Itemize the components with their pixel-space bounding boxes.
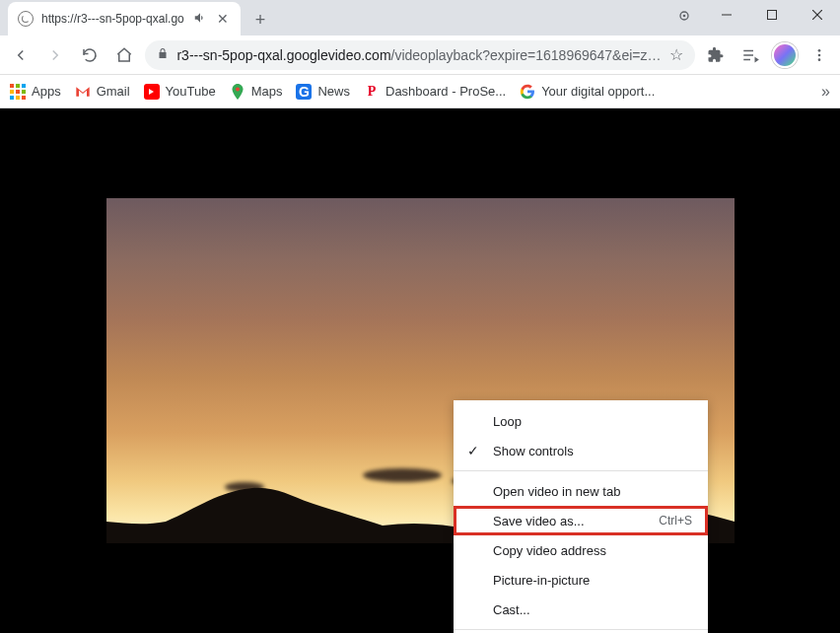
ctx-picture-in-picture[interactable]: Picture-in-picture	[454, 565, 708, 595]
news-bookmark[interactable]: G News	[296, 84, 350, 100]
bookmark-label: Dashboard - ProSe...	[385, 84, 506, 99]
new-tab-button[interactable]: +	[246, 6, 274, 34]
digital-bookmark[interactable]: Your digital opport...	[520, 84, 655, 100]
svg-point-9	[236, 87, 240, 91]
browser-tab[interactable]: https://r3---sn-5pop-qxal.go ✕	[8, 2, 241, 35]
ctx-label: Picture-in-picture	[493, 573, 590, 588]
bookmark-label: News	[317, 84, 350, 99]
forward-button[interactable]	[42, 41, 69, 69]
youtube-icon	[144, 84, 160, 100]
profile-avatar[interactable]	[771, 41, 798, 69]
separator	[454, 470, 708, 471]
svg-point-1	[683, 15, 686, 18]
ctx-show-controls[interactable]: ✓ Show controls	[454, 436, 708, 465]
close-window-button[interactable]	[795, 0, 840, 30]
ctx-loop[interactable]: Loop	[454, 406, 708, 436]
bookmark-label: Maps	[251, 84, 283, 99]
news-icon: G	[296, 84, 312, 100]
maps-bookmark[interactable]: Maps	[230, 84, 283, 100]
google-g-icon	[520, 84, 535, 100]
svg-point-7	[817, 53, 820, 56]
home-button[interactable]	[111, 41, 138, 69]
svg-point-8	[817, 58, 820, 61]
incognito-indicator-icon	[676, 8, 692, 24]
maximize-button[interactable]	[749, 0, 795, 30]
globe-icon	[18, 11, 34, 27]
extensions-icon[interactable]	[703, 41, 730, 69]
bookmarks-bar: Apps Gmail YouTube Maps G News P Dashboa…	[0, 75, 840, 108]
media-control-icon[interactable]	[736, 41, 763, 69]
ctx-label: Loop	[493, 414, 522, 429]
reload-button[interactable]	[77, 41, 104, 69]
ctx-label: Cast...	[493, 602, 530, 617]
svg-rect-3	[768, 11, 777, 20]
svg-point-6	[817, 49, 820, 52]
bookmark-label: Apps	[32, 84, 61, 99]
ctx-cast[interactable]: Cast...	[454, 595, 708, 624]
ctx-shortcut: Ctrl+S	[659, 514, 692, 528]
bookmark-label: Your digital opport...	[541, 84, 655, 99]
bookmarks-overflow-icon[interactable]: »	[821, 83, 830, 101]
youtube-bookmark[interactable]: YouTube	[144, 84, 216, 100]
checkmark-icon: ✓	[467, 443, 479, 458]
window-controls	[704, 0, 840, 30]
url-text: r3---sn-5pop-qxal.googlevideo.com/videop…	[176, 47, 661, 63]
lock-icon	[157, 46, 169, 63]
bookmark-star-icon[interactable]: ☆	[669, 45, 683, 64]
toolbar: r3---sn-5pop-qxal.googlevideo.com/videop…	[0, 35, 840, 75]
ctx-label: Save video as...	[493, 514, 585, 528]
tab-title: https://r3---sn-5pop-qxal.go	[41, 12, 185, 26]
maps-pin-icon	[230, 84, 245, 100]
separator	[454, 629, 708, 630]
tab-close-icon[interactable]: ✕	[215, 11, 231, 27]
apps-grid-icon	[10, 84, 26, 100]
ctx-save-video-as[interactable]: Save video as... Ctrl+S	[454, 506, 708, 535]
ctx-label: Open video in new tab	[493, 484, 620, 499]
dashboard-bookmark[interactable]: P Dashboard - ProSe...	[364, 84, 506, 100]
menu-icon[interactable]	[805, 41, 832, 69]
ctx-copy-address[interactable]: Copy video address	[454, 535, 708, 565]
audio-muted-icon[interactable]	[193, 11, 207, 28]
gmail-icon	[75, 84, 91, 100]
ctx-label: Show controls	[493, 444, 574, 458]
bookmark-label: Gmail	[97, 84, 130, 99]
ctx-label: Copy video address	[493, 543, 606, 558]
pinterest-icon: P	[364, 84, 380, 100]
minimize-button[interactable]	[704, 0, 749, 30]
context-menu: Loop ✓ Show controls Open video in new t…	[454, 400, 708, 633]
gmail-bookmark[interactable]: Gmail	[75, 84, 130, 100]
ctx-open-new-tab[interactable]: Open video in new tab	[454, 476, 708, 506]
titlebar: https://r3---sn-5pop-qxal.go ✕ +	[0, 0, 840, 35]
bookmark-label: YouTube	[166, 84, 216, 99]
content-area: Loop ✓ Show controls Open video in new t…	[0, 108, 840, 633]
apps-bookmark[interactable]: Apps	[10, 84, 61, 100]
back-button[interactable]	[8, 41, 35, 69]
address-bar[interactable]: r3---sn-5pop-qxal.googlevideo.com/videop…	[145, 40, 694, 70]
